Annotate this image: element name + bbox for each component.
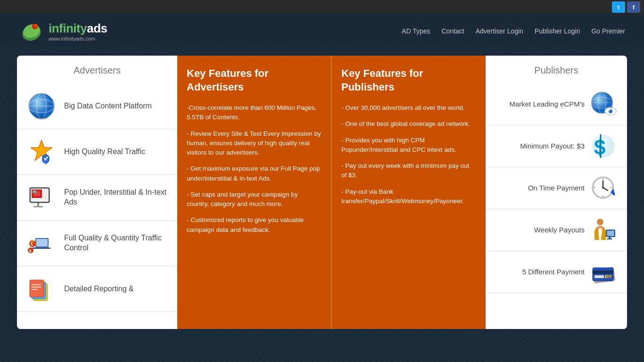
globe-eye-icon [589,90,618,118]
list-item: Detailed Reporting & [17,266,177,312]
publishers-sidebar: Publishers Market Leading eCPM's [486,56,627,329]
svg-rect-62 [594,275,604,278]
reporting-label: Detailed Reporting & [64,284,134,294]
feature-item: - Provides you with high CPM Popunder/In… [341,136,476,155]
weekly-payouts-label: Weekly Payouts [495,225,589,235]
list-item: 5 Different Payment VISA [486,251,627,293]
nav-publisher-login[interactable]: Publisher Login [535,27,580,35]
on-time-payment-label: On Time Payment [495,183,589,193]
clock-icon [589,174,618,202]
svg-rect-60 [593,268,613,281]
popunder-icon [26,182,57,213]
big-data-icon [26,91,57,121]
svg-rect-22 [36,239,48,247]
main-wrapper: Advertisers [0,48,644,337]
svg-rect-20 [33,206,43,207]
svg-rect-19 [37,203,39,206]
traffic-label: High Quality Real Traffic [64,147,145,157]
svg-point-48 [602,187,604,189]
logo-url: www.infinityads.com [49,36,107,41]
feature-item: - Pay out every week with a minimum pay … [341,161,476,181]
feature-item: - Customized reports to give you valuabl… [187,215,322,235]
logo-text: infinityads www.infinityads.com [49,21,107,41]
svg-rect-23 [33,247,50,249]
facebook-icon: f [633,4,635,11]
advertiser-features-title: Key Features for Advertisers [187,67,322,94]
svg-point-3 [34,24,37,27]
traffic-control-label: Full Quality & Quantity Traffic Control [64,233,168,253]
list-item: € $ Full Quality & Quantity Traffic Cont… [17,221,177,266]
feature-item: - Get maximum exposure via our Full Page… [187,164,322,183]
advertiser-features-list: -Cross-correlate more than 600 Million P… [187,103,322,235]
twitter-button[interactable]: t [612,1,625,13]
top-bar: t f [0,0,644,14]
nav-go-premier[interactable]: Go Premier [591,27,625,35]
svg-point-9 [34,116,49,120]
dollar-icon: $ [589,132,618,160]
list-item: Weekly Payouts [486,209,627,251]
nav-contact[interactable]: Contact [441,27,464,35]
market-leading-label: Market Leading eCPM's [495,99,589,109]
svg-rect-30 [30,280,44,297]
nav-advertiser-login[interactable]: Advertiser Login [476,27,523,35]
header: infinityads www.infinityads.com AD Types… [0,14,644,48]
svg-text:$: $ [594,136,605,159]
traffic-icon [26,137,57,167]
logo[interactable]: infinityads www.infinityads.com [19,20,107,42]
list-item: Market Leading eCPM's [486,83,627,125]
advertiser-features-col: Key Features for Advertisers -Cross-corr… [177,56,331,329]
advertisers-title: Advertisers [17,65,177,76]
list-item: On Time Payment [486,167,627,209]
main-card: Advertisers [17,56,627,329]
feature-item: - Pay-out via Bank transfer/Paypal/Skril… [341,187,476,206]
logo-icon [19,20,45,42]
twitter-icon: t [618,4,619,11]
publisher-features-title: Key Features for Publishers [341,67,476,94]
list-item: High Quality Real Traffic [17,129,177,175]
feature-item: -Cross-correlate more than 600 Million P… [187,103,322,123]
svg-text:VISA: VISA [606,275,613,279]
publishers-title: Publishers [486,65,627,76]
features-area: Key Features for Advertisers -Cross-corr… [177,56,486,329]
list-item: Minimum Payout: $3 $ [486,125,627,167]
svg-point-40 [609,110,611,111]
traffic-control-icon: € $ [26,228,57,258]
svg-rect-58 [607,231,614,236]
publisher-features-list: - Over 30,000 advertisers all over the w… [341,103,476,206]
svg-rect-61 [593,271,613,274]
popunder-label: Pop Under, Interstitial & In-text Ads [64,188,168,207]
list-item: Big Data Content Platform [17,83,177,129]
advertisers-sidebar: Advertisers [17,56,177,329]
reporting-icon [26,274,57,304]
credit-card-icon: VISA [589,258,618,286]
svg-text:$: $ [29,248,32,253]
facebook-button[interactable]: f [627,1,640,13]
person-computer-icon [589,216,618,244]
svg-rect-57 [607,239,612,239]
nav-ad-types[interactable]: AD Types [402,27,430,35]
publisher-features-col: Key Features for Publishers - Over 30,00… [331,56,486,329]
svg-point-53 [597,219,603,225]
feature-item: - One of the best global coverage ad net… [341,119,476,129]
logo-name: infinityads [49,21,107,36]
minimum-payout-label: Minimum Payout: $3 [495,141,589,151]
big-data-label: Big Data Content Platform [64,101,152,111]
payment-methods-label: 5 Different Payment [495,267,589,277]
feature-item: - Over 30,000 advertisers all over the w… [341,103,476,113]
main-nav: AD Types Contact Advertiser Login Publis… [402,27,625,35]
list-item: Pop Under, Interstitial & In-text Ads [17,175,177,221]
feature-item: - Review Every Site & Test Every Impress… [187,129,322,158]
feature-item: - Set caps and target your campaign by c… [187,190,322,209]
